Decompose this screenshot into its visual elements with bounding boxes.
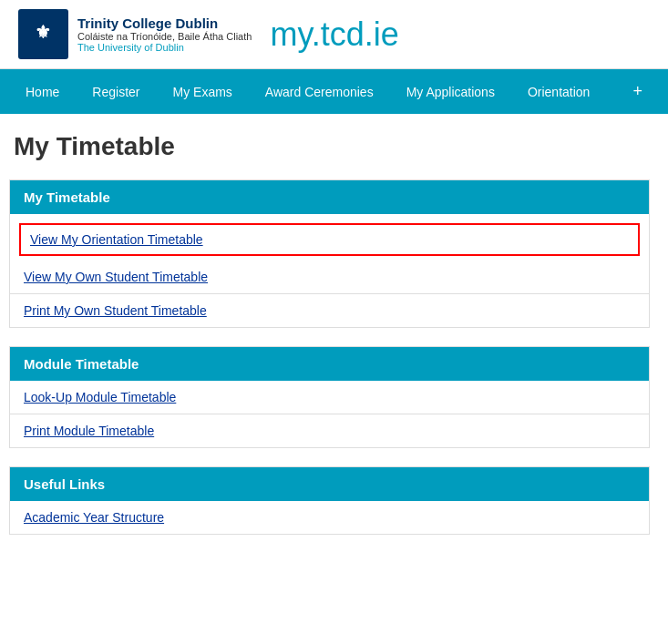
academic-year-structure-item: Academic Year Structure bbox=[10, 501, 649, 534]
print-student-timetable-link[interactable]: Print My Own Student Timetable bbox=[24, 303, 207, 318]
nav-my-applications[interactable]: My Applications bbox=[390, 72, 511, 112]
logo-text: Trinity College Dublin Coláiste na Tríon… bbox=[77, 15, 252, 53]
view-orientation-timetable-link[interactable]: View My Orientation Timetable bbox=[30, 232, 203, 247]
highlighted-item-wrapper: View My Orientation Timetable bbox=[10, 214, 649, 256]
print-module-timetable-item: Print Module Timetable bbox=[10, 414, 649, 447]
university-name: Trinity College Dublin bbox=[77, 15, 252, 31]
page-title: My Timetable bbox=[9, 132, 650, 161]
useful-links-section-header: Useful Links bbox=[10, 467, 649, 501]
logo-area: ⚜ Trinity College Dublin Coláiste na Trí… bbox=[18, 9, 252, 59]
my-timetable-section: My Timetable View My Orientation Timetab… bbox=[9, 179, 650, 328]
university-sub: The University of Dublin bbox=[77, 42, 252, 53]
svg-text:⚜: ⚜ bbox=[35, 22, 51, 42]
nav-bar: Home Register My Exams Award Ceremonies … bbox=[0, 69, 668, 114]
nav-home[interactable]: Home bbox=[9, 72, 76, 112]
module-timetable-section-header: Module Timetable bbox=[10, 347, 649, 381]
view-student-timetable-link[interactable]: View My Own Student Timetable bbox=[24, 270, 208, 284]
university-irish: Coláiste na Tríonóide, Baile Átha Cliath bbox=[77, 31, 252, 42]
view-orientation-timetable-item: View My Orientation Timetable bbox=[19, 223, 640, 256]
nav-award-ceremonies[interactable]: Award Ceremonies bbox=[249, 72, 390, 112]
nav-register[interactable]: Register bbox=[76, 72, 156, 112]
print-module-timetable-link[interactable]: Print Module Timetable bbox=[24, 424, 154, 438]
lookup-module-timetable-item: Look-Up Module Timetable bbox=[10, 381, 649, 414]
page-content: My Timetable My Timetable View My Orient… bbox=[0, 114, 668, 571]
useful-links-section: Useful Links Academic Year Structure bbox=[9, 466, 650, 535]
academic-year-structure-link[interactable]: Academic Year Structure bbox=[24, 510, 164, 525]
lookup-module-timetable-link[interactable]: Look-Up Module Timetable bbox=[24, 390, 176, 404]
nav-plus-button[interactable]: + bbox=[616, 69, 659, 114]
header: ⚜ Trinity College Dublin Coláiste na Trí… bbox=[0, 0, 668, 69]
print-student-timetable-item: Print My Own Student Timetable bbox=[10, 294, 649, 327]
trinity-shield-icon: ⚜ bbox=[18, 9, 68, 59]
nav-my-exams[interactable]: My Exams bbox=[157, 72, 249, 112]
my-timetable-section-header: My Timetable bbox=[10, 180, 649, 214]
view-student-timetable-item: View My Own Student Timetable bbox=[10, 261, 649, 294]
module-timetable-section: Module Timetable Look-Up Module Timetabl… bbox=[9, 346, 650, 448]
nav-orientation[interactable]: Orientation bbox=[511, 72, 606, 112]
site-title: my.tcd.ie bbox=[270, 15, 398, 54]
